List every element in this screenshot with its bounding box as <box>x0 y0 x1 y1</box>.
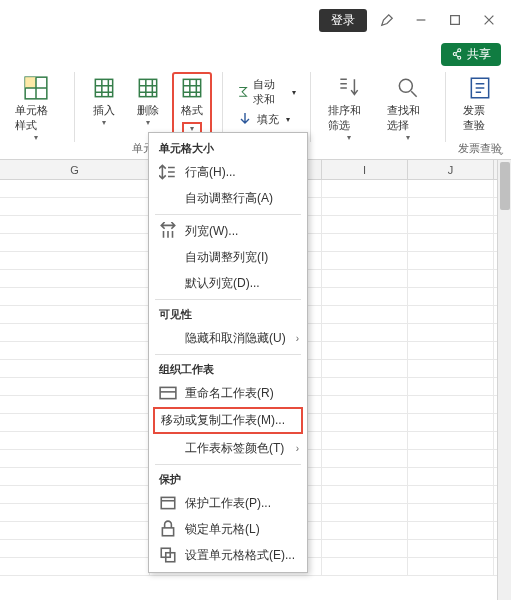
col-header-g[interactable]: G <box>0 160 150 179</box>
cell-styles-button[interactable]: 单元格样式 ▾ <box>8 72 64 145</box>
chevron-down-icon: ▾ <box>347 133 351 142</box>
menu-protect-sheet[interactable]: 保护工作表(P)... <box>149 490 307 516</box>
menu-autofit-row[interactable]: 自动调整行高(A) <box>149 185 307 211</box>
pen-icon[interactable] <box>373 6 401 34</box>
menu-section-cell-size: 单元格大小 <box>149 137 307 159</box>
delete-button[interactable]: 删除 ▾ <box>128 72 168 138</box>
invoice-button[interactable]: 发票查验 <box>456 72 503 136</box>
share-button[interactable]: 共享 <box>441 43 501 66</box>
fill-button[interactable]: 填充▾ <box>233 110 300 128</box>
minimize-icon[interactable] <box>407 6 435 34</box>
menu-default-width[interactable]: 默认列宽(D)... <box>149 270 307 296</box>
menu-section-visibility: 可见性 <box>149 303 307 325</box>
menu-format-cells[interactable]: 设置单元格格式(E)... <box>149 542 307 568</box>
svg-point-6 <box>399 79 412 92</box>
chevron-down-icon: ▾ <box>34 133 38 142</box>
col-header-j[interactable]: J <box>408 160 494 179</box>
find-select-button[interactable]: 查找和选择 ▾ <box>380 72 435 145</box>
format-button[interactable]: 格式 ▾ <box>172 72 212 138</box>
collapse-ribbon-icon[interactable]: ⌄ <box>497 146 505 157</box>
svg-rect-8 <box>160 387 176 398</box>
menu-row-height[interactable]: 行高(H)... <box>149 159 307 185</box>
col-header-i[interactable]: I <box>322 160 408 179</box>
lock-icon <box>159 520 177 538</box>
share-bar: 共享 <box>0 40 511 68</box>
menu-rename-sheet[interactable]: 重命名工作表(R) <box>149 380 307 406</box>
svg-rect-2 <box>25 77 36 88</box>
svg-rect-0 <box>451 16 460 25</box>
svg-rect-9 <box>161 497 175 508</box>
close-icon[interactable] <box>475 6 503 34</box>
svg-rect-4 <box>140 79 157 96</box>
maximize-icon[interactable] <box>441 6 469 34</box>
menu-move-copy-sheet[interactable]: 移动或复制工作表(M)... <box>153 407 303 434</box>
format-dropdown-menu: 单元格大小 行高(H)... 自动调整行高(A) 列宽(W)... 自动调整列宽… <box>148 132 308 573</box>
chevron-down-icon: ▾ <box>102 118 106 127</box>
login-button[interactable]: 登录 <box>319 9 367 32</box>
sort-filter-group: 排序和筛选 ▾ 查找和选择 ▾ <box>317 72 439 158</box>
protect-sheet-icon <box>159 494 177 512</box>
chevron-right-icon: › <box>296 333 299 344</box>
chevron-down-icon: ▾ <box>146 118 150 127</box>
menu-col-width[interactable]: 列宽(W)... <box>149 218 307 244</box>
menu-autofit-col[interactable]: 自动调整列宽(I) <box>149 244 307 270</box>
cell-styles-group: 单元格样式 ▾ <box>4 72 68 158</box>
insert-button[interactable]: 插入 ▾ <box>84 72 124 138</box>
svg-rect-10 <box>162 528 173 536</box>
row-height-icon <box>159 163 177 181</box>
chevron-right-icon: › <box>296 443 299 454</box>
title-bar: 登录 <box>0 0 511 40</box>
col-width-icon <box>159 222 177 240</box>
scrollbar-thumb[interactable] <box>500 162 510 210</box>
menu-tab-color[interactable]: 工作表标签颜色(T) › <box>149 435 307 461</box>
svg-rect-3 <box>96 79 113 96</box>
menu-section-protect: 保护 <box>149 468 307 490</box>
autosum-button[interactable]: 自动求和▾ <box>233 76 300 108</box>
menu-hide-unhide[interactable]: 隐藏和取消隐藏(U) › <box>149 325 307 351</box>
rename-icon <box>159 384 177 402</box>
chevron-down-icon: ▾ <box>406 133 410 142</box>
svg-rect-5 <box>184 79 201 96</box>
vertical-scrollbar[interactable] <box>497 160 511 600</box>
share-label: 共享 <box>467 46 491 63</box>
menu-section-organize: 组织工作表 <box>149 358 307 380</box>
format-cells-icon <box>159 546 177 564</box>
sort-filter-button[interactable]: 排序和筛选 ▾ <box>321 72 376 145</box>
menu-lock-cell[interactable]: 锁定单元格(L) <box>149 516 307 542</box>
invoice-group-label: 发票查验 <box>458 141 502 158</box>
